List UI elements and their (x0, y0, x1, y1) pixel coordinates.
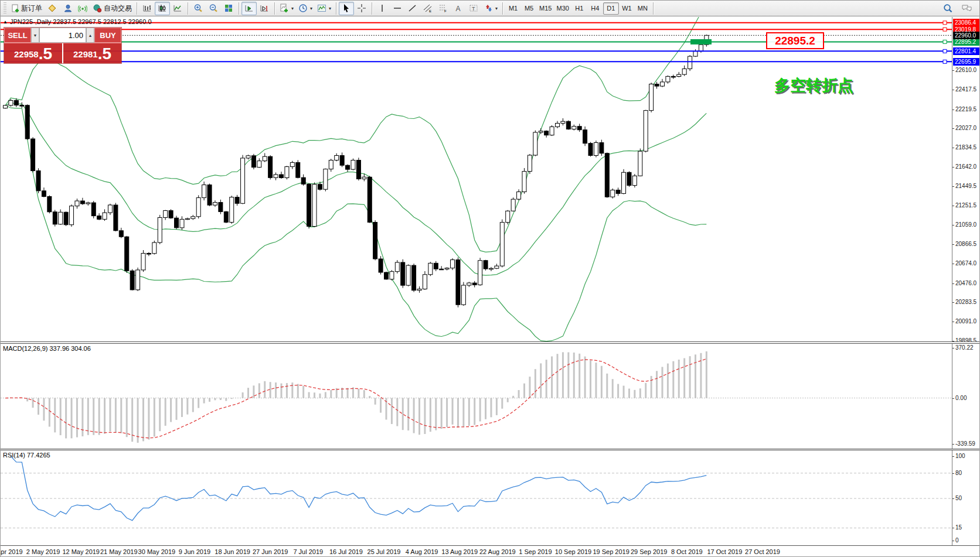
volume-decrease-button[interactable]: ▼ (31, 28, 39, 43)
arrows-tool-button[interactable]: ▾ (481, 2, 500, 15)
candle-body (191, 217, 195, 218)
candle-body (31, 139, 35, 171)
person-icon (63, 4, 72, 13)
toolbar-separator (274, 2, 275, 15)
chart-shift-button[interactable] (257, 2, 272, 15)
candle-body (632, 176, 637, 185)
date-tick-label: 7 Jul 2019 (293, 548, 323, 555)
timeframe-button-m15[interactable]: M15 (537, 2, 554, 15)
equidistant-channel-tool-button[interactable]: E (420, 2, 435, 15)
candle-body (373, 222, 377, 259)
macd-tick-label: -339.59 (955, 440, 975, 447)
main-price-chart[interactable] (1, 17, 952, 341)
current-price-badge: 22960.0 (953, 32, 980, 39)
new-order-button[interactable]: 新订单 (8, 2, 45, 15)
chat-button[interactable] (959, 2, 975, 15)
indicators-button[interactable]: ▾ (277, 2, 296, 15)
sell-button[interactable]: SELL (4, 28, 31, 43)
macd-indicator-pane[interactable] (1, 344, 952, 449)
buy-button[interactable]: BUY (94, 28, 121, 43)
horizontal-line-tool-button[interactable] (390, 2, 405, 15)
toolbar-grip[interactable] (4, 2, 6, 14)
price-axis[interactable]: 22610.022417.522219.522027.021834.521642… (952, 17, 980, 341)
price-level-flag[interactable]: 22895.2 (766, 32, 824, 49)
candle-body (268, 156, 273, 177)
candle-body (119, 231, 123, 237)
one-click-trading-panel: SELL ▼ ▲ BUY 22958 .5 22981 .5 (4, 28, 121, 63)
timeframe-button-d1[interactable]: D1 (603, 2, 619, 15)
candle-body (164, 211, 168, 218)
search-button[interactable] (940, 2, 955, 15)
volume-increase-button[interactable]: ▲ (86, 28, 94, 43)
candlestick-mode-button[interactable] (155, 2, 170, 15)
timeframe-button-m5[interactable]: M5 (521, 2, 537, 15)
volume-input[interactable] (39, 28, 86, 43)
fibonacci-tool-button[interactable]: F (435, 2, 451, 15)
auto-scroll-button[interactable] (241, 2, 257, 15)
timeframe-button-m30[interactable]: M30 (554, 2, 571, 15)
profile-button[interactable] (60, 2, 75, 15)
rsi-tickmark (952, 498, 954, 499)
gold-diamond-icon (47, 4, 57, 13)
date-tick-label: 16 Jul 2019 (329, 548, 363, 555)
collapse-arrow-icon[interactable]: ▲ (3, 19, 8, 25)
price-tick-label: 21251.5 (955, 202, 976, 209)
rsi-axis: 1008050150 (952, 450, 980, 545)
timeframe-button-mn[interactable]: MN (635, 2, 651, 15)
timeframe-button-w1[interactable]: W1 (619, 2, 635, 15)
line-anchor[interactable] (943, 49, 947, 53)
chart-title-text: JPN225-,Daily 22837.5 22967.5 22812.5 22… (10, 18, 152, 25)
diamond-button[interactable] (45, 2, 60, 15)
date-tick-label: 27 Jun 2019 (253, 548, 288, 555)
line-chart-mode-button[interactable] (170, 2, 185, 15)
trendline-tool-button[interactable] (405, 2, 420, 15)
rsi-indicator-pane[interactable] (1, 450, 952, 545)
date-tick-label: 12 May 2019 (62, 548, 100, 555)
timeframe-button-h4[interactable]: H4 (587, 2, 603, 15)
date-tick-label: 2 May 2019 (26, 548, 60, 555)
periods-button[interactable]: ▾ (296, 2, 315, 15)
rsi-tickmark (952, 473, 954, 474)
toolbar-separator (137, 2, 137, 15)
timeframe-button-h1[interactable]: H1 (571, 2, 587, 15)
candle-body (533, 132, 537, 155)
tile-windows-button[interactable] (221, 2, 236, 15)
templates-button[interactable]: ▾ (315, 2, 334, 15)
text-label-tool-button[interactable]: T (466, 2, 481, 15)
signals-button[interactable] (75, 2, 90, 15)
candle-body (70, 206, 74, 225)
line-anchor[interactable] (943, 40, 947, 43)
cursor-tool-button[interactable] (339, 2, 354, 15)
timeframe-button-m1[interactable]: M1 (505, 2, 521, 15)
candle-body (556, 123, 560, 127)
date-axis[interactable]: 23 Apr 20192 May 201912 May 201921 May 2… (1, 545, 980, 557)
bar-chart-mode-button[interactable] (139, 2, 155, 15)
fibonacci-icon: F (438, 4, 448, 13)
text-tool-button[interactable]: A (451, 2, 466, 15)
vertical-line-tool-button[interactable] (375, 2, 390, 15)
candle-body (296, 162, 300, 177)
candle-body (655, 84, 659, 86)
line-anchor[interactable] (943, 21, 947, 25)
svg-text:E: E (429, 9, 431, 13)
price-tickmark (952, 302, 954, 303)
rsi-tick-label: 50 (955, 495, 962, 501)
buy-price[interactable]: 22981 .5 (63, 43, 121, 63)
candle-body (351, 160, 355, 170)
date-tick-label: 21 May 2019 (100, 548, 138, 555)
candle-body (75, 201, 79, 206)
rsi-line (11, 456, 706, 521)
zoom-in-button[interactable] (190, 2, 206, 15)
crosshair-tool-button[interactable] (354, 2, 369, 15)
candle-body (511, 199, 515, 211)
auto-trading-button[interactable]: 自动交易 (90, 2, 134, 15)
candle-body (307, 184, 311, 226)
rsi-label: RSI(14) 77.4265 (3, 452, 50, 459)
zoom-out-button[interactable] (206, 2, 221, 15)
line-anchor[interactable] (943, 60, 947, 63)
line-anchor[interactable] (943, 28, 947, 31)
sell-price[interactable]: 22958 .5 (4, 43, 63, 63)
price-tick-label: 20283.5 (955, 299, 976, 305)
candle-body (611, 190, 615, 197)
candle-body (390, 272, 394, 279)
